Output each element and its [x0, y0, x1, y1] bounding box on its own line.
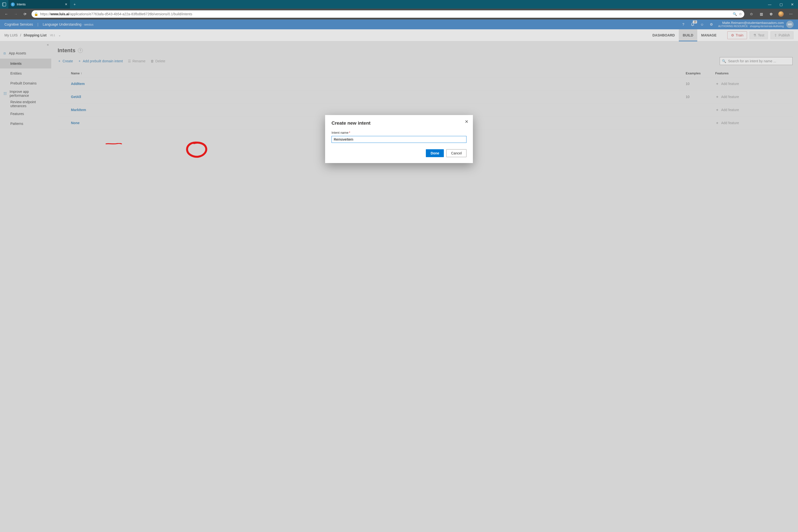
- lock-icon: 🔒: [34, 12, 38, 16]
- tab-close-icon[interactable]: ✕: [65, 2, 68, 6]
- window-close-icon[interactable]: ✕: [787, 0, 798, 8]
- collections-icon[interactable]: ▥: [757, 10, 765, 18]
- window-maximize-icon[interactable]: ▢: [775, 0, 787, 8]
- intent-name-label: Intent name*: [331, 131, 467, 134]
- tab-favicon-icon: i: [11, 2, 15, 6]
- svg-rect-1: [2, 3, 3, 6]
- done-button[interactable]: Done: [426, 149, 444, 157]
- cancel-button[interactable]: Cancel: [446, 149, 467, 157]
- browser-menu-icon[interactable]: ⋯: [787, 10, 795, 18]
- zoom-icon[interactable]: 🔍: [733, 12, 737, 16]
- modal-scrim: [0, 19, 798, 532]
- intent-name-input[interactable]: [331, 136, 467, 143]
- modal-close-icon[interactable]: ✕: [465, 119, 469, 124]
- addr-favorite-icon[interactable]: ✩: [739, 12, 742, 16]
- create-intent-modal: ✕ Create new intent Intent name* Done Ca…: [325, 115, 473, 163]
- browser-titlebar: i Intents ✕ ＋ — ▢ ✕: [0, 0, 798, 8]
- annotation-underline: [103, 143, 125, 145]
- app-menu-icon[interactable]: [0, 0, 8, 8]
- address-url: https://www.luis.ai/applications/e7763af…: [40, 12, 731, 16]
- nav-back-button[interactable]: ←: [2, 10, 11, 18]
- nav-forward-button[interactable]: →: [11, 10, 20, 18]
- tab-title: Intents: [17, 3, 63, 6]
- address-bar[interactable]: 🔒 https://www.luis.ai/applications/e7763…: [32, 10, 744, 18]
- extensions-icon[interactable]: ✿: [767, 10, 775, 18]
- new-tab-button[interactable]: ＋: [70, 0, 79, 8]
- favorites-icon[interactable]: ✩: [747, 10, 756, 18]
- window-minimize-icon[interactable]: —: [764, 0, 775, 8]
- profile-avatar[interactable]: [777, 10, 785, 18]
- browser-tab[interactable]: i Intents ✕: [8, 0, 70, 8]
- modal-title: Create new intent: [331, 120, 467, 126]
- nav-refresh-button[interactable]: ⟳: [21, 10, 30, 18]
- browser-toolbar: ← → ⟳ 🔒 https://www.luis.ai/applications…: [0, 8, 798, 19]
